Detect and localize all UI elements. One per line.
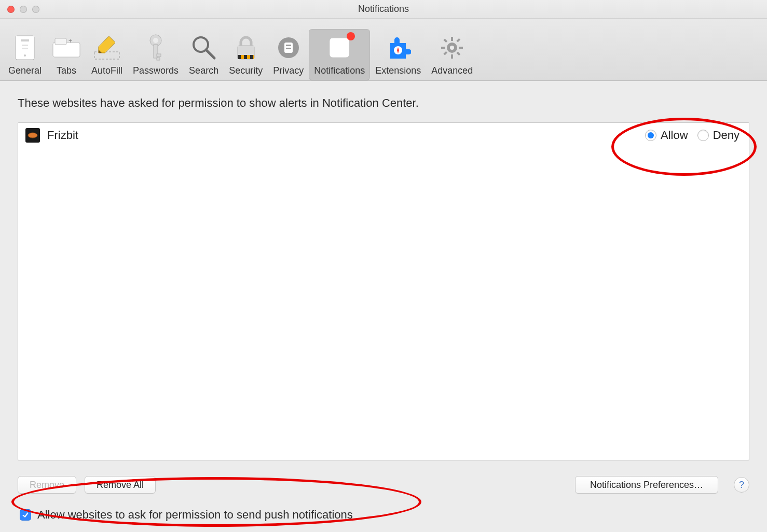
radio-label: Deny	[713, 129, 739, 142]
svg-rect-38	[444, 51, 448, 55]
notification-preferences-button[interactable]: Notifications Preferences…	[575, 476, 718, 494]
radio-indicator	[697, 130, 709, 141]
footer-option: Allow websites to ask for permission to …	[18, 508, 749, 522]
preferences-window: Notifications General	[0, 0, 767, 532]
svg-rect-8	[94, 52, 119, 59]
security-icon	[231, 33, 261, 62]
autofill-icon	[92, 33, 121, 62]
help-icon: ?	[739, 480, 744, 491]
svg-point-40	[28, 133, 37, 138]
action-buttons-row: Remove Remove All Notifications Preferen…	[18, 476, 749, 494]
tab-label: Passwords	[133, 65, 179, 76]
radio-label: Allow	[661, 129, 688, 142]
allow-ask-permission-checkbox[interactable]	[20, 509, 31, 521]
permission-radio-group: Allow Deny	[645, 129, 739, 142]
search-icon	[189, 33, 218, 62]
tab-notifications[interactable]: Notifications	[309, 29, 370, 80]
remove-button[interactable]: Remove	[18, 476, 76, 494]
minimize-window-button[interactable]	[20, 6, 27, 13]
tab-security[interactable]: Security	[224, 29, 268, 80]
tab-label: Security	[229, 65, 263, 76]
svg-rect-32	[451, 54, 453, 59]
svg-line-17	[206, 50, 214, 58]
site-favicon	[25, 128, 40, 143]
svg-text:+: +	[69, 37, 72, 45]
tab-privacy[interactable]: Privacy	[268, 29, 309, 80]
privacy-icon	[274, 33, 303, 62]
svg-rect-25	[286, 45, 291, 46]
window-titlebar: Notifications	[0, 0, 767, 19]
remove-all-button[interactable]: Remove All	[85, 476, 156, 494]
svg-rect-3	[22, 48, 28, 49]
radio-indicator	[645, 130, 656, 141]
tab-label: Notifications	[314, 65, 365, 76]
preferences-toolbar: General + Tabs AutoFill	[0, 19, 767, 81]
svg-rect-35	[444, 38, 448, 43]
tab-tabs[interactable]: + Tabs	[47, 29, 86, 80]
tab-label: Extensions	[375, 65, 421, 76]
footer-label: Allow websites to ask for permission to …	[37, 508, 353, 522]
svg-rect-31	[451, 37, 453, 41]
svg-marker-9	[99, 36, 115, 53]
advanced-icon	[437, 33, 467, 62]
svg-rect-34	[459, 47, 463, 49]
tab-autofill[interactable]: AutoFill	[86, 29, 128, 80]
svg-point-12	[153, 38, 158, 43]
zoom-window-button[interactable]	[32, 6, 39, 13]
window-title: Notifications	[0, 4, 767, 15]
help-button[interactable]: ?	[734, 477, 749, 493]
tab-search[interactable]: Search	[184, 29, 224, 80]
tab-label: AutoFill	[91, 65, 122, 76]
svg-rect-26	[286, 48, 291, 49]
svg-rect-6	[55, 38, 66, 45]
tab-label: General	[8, 65, 42, 76]
website-permissions-list[interactable]: Frizbit Allow Deny	[18, 122, 749, 460]
svg-point-39	[450, 46, 454, 50]
panel-description: These websites have asked for permission…	[18, 96, 749, 110]
tab-general[interactable]: General	[3, 29, 47, 80]
tab-label: Privacy	[273, 65, 304, 76]
tab-label: Search	[189, 65, 218, 76]
svg-rect-33	[441, 47, 445, 49]
radio-deny[interactable]: Deny	[697, 129, 739, 142]
tab-label: Advanced	[431, 65, 473, 76]
svg-rect-1	[21, 39, 29, 41]
extensions-icon	[384, 33, 413, 62]
svg-point-4	[24, 54, 26, 57]
site-name: Frizbit	[47, 129, 78, 142]
window-controls	[0, 6, 39, 13]
svg-rect-14	[157, 54, 161, 57]
main-content: These websites have asked for permission…	[0, 81, 767, 532]
list-item[interactable]: Frizbit Allow Deny	[18, 123, 749, 148]
svg-rect-37	[457, 38, 461, 43]
tab-advanced[interactable]: Advanced	[426, 29, 478, 80]
tabs-icon: +	[52, 33, 81, 62]
svg-rect-36	[457, 51, 461, 55]
passwords-icon	[141, 33, 170, 62]
general-icon	[10, 33, 39, 62]
svg-rect-15	[157, 58, 160, 60]
notifications-icon	[325, 33, 354, 62]
tab-extensions[interactable]: Extensions	[370, 29, 426, 80]
svg-rect-21	[244, 55, 247, 59]
svg-rect-22	[250, 55, 253, 59]
tab-passwords[interactable]: Passwords	[128, 29, 184, 80]
svg-rect-20	[238, 55, 241, 59]
svg-rect-27	[330, 38, 349, 58]
tab-label: Tabs	[57, 65, 76, 76]
close-window-button[interactable]	[7, 6, 15, 13]
svg-rect-2	[22, 45, 28, 46]
radio-allow[interactable]: Allow	[645, 129, 688, 142]
